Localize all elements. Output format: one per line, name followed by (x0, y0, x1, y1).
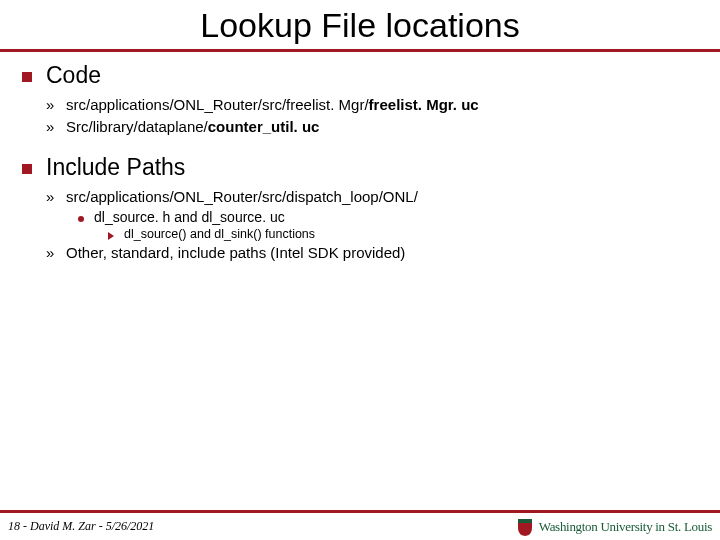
square-bullet-icon (22, 164, 32, 174)
section-include-paths: Include Paths (22, 154, 698, 181)
subsub-list-item: dl_source() and dl_sink() functions (108, 227, 698, 241)
section-heading: Include Paths (46, 154, 185, 181)
list-text: Src/library/dataplane/counter_util. uc (66, 117, 319, 137)
dot-bullet-icon (78, 216, 84, 222)
slide-title: Lookup File locations (0, 0, 720, 49)
list-text: Other, standard, include paths (Intel SD… (66, 243, 405, 263)
slide-footer: 18 - David M. Zar - 5/26/2021 Washington… (0, 510, 720, 540)
shield-icon (517, 518, 533, 536)
slide-body: Code » src/applications/ONL_Router/src/f… (0, 52, 720, 263)
list-text: src/applications/ONL_Router/src/dispatch… (66, 187, 418, 207)
triangle-bullet-icon (108, 232, 114, 240)
list-item: » Other, standard, include paths (Intel … (46, 243, 698, 263)
square-bullet-icon (22, 72, 32, 82)
list-text: src/applications/ONL_Router/src/freelist… (66, 95, 479, 115)
sub-list-item: dl_source. h and dl_source. uc (78, 209, 698, 225)
list-item: » Src/library/dataplane/counter_util. uc (46, 117, 698, 137)
guillemet-icon: » (46, 187, 60, 207)
footer-right: Washington University in St. Louis (517, 518, 712, 536)
sub-list-text: dl_source. h and dl_source. uc (94, 209, 285, 225)
guillemet-icon: » (46, 95, 60, 115)
list-item: » src/applications/ONL_Router/src/dispat… (46, 187, 698, 207)
guillemet-icon: » (46, 117, 60, 137)
footer-left: 18 - David M. Zar - 5/26/2021 (8, 519, 154, 534)
section-heading: Code (46, 62, 101, 89)
section-code: Code (22, 62, 698, 89)
guillemet-icon: » (46, 243, 60, 263)
subsub-list-text: dl_source() and dl_sink() functions (124, 227, 315, 241)
list-item: » src/applications/ONL_Router/src/freeli… (46, 95, 698, 115)
university-wordmark: Washington University in St. Louis (539, 519, 712, 535)
